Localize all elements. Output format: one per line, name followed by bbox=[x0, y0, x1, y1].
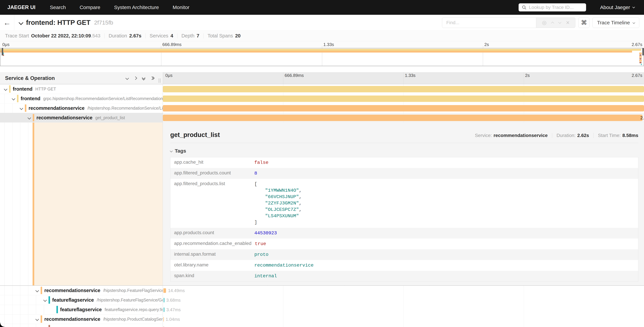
focus-icon[interactable]: ◎ bbox=[542, 20, 546, 25]
tag-row[interactable]: app.filtered_products.list["1YMWWN1N4O",… bbox=[170, 179, 638, 228]
back-button[interactable]: ← bbox=[0, 15, 14, 30]
nav-item-monitor[interactable]: Monitor bbox=[172, 4, 189, 10]
span-name-cell[interactable]: recommendationservice/hipstershop.Featur… bbox=[0, 286, 163, 295]
tag-row[interactable]: app.products.count44530923 bbox=[170, 228, 638, 238]
span-name-cell[interactable]: recommendationservice/hipstershop.Produc… bbox=[0, 314, 163, 324]
span-duration-bar[interactable] bbox=[164, 298, 164, 302]
span-name-cell[interactable]: recommendationserviceget_product_list bbox=[0, 113, 163, 122]
collapse-one-icon[interactable] bbox=[126, 77, 128, 80]
span-timeline-cell[interactable] bbox=[163, 94, 644, 104]
span-row[interactable]: recommendationservice/hipstershop.Produc… bbox=[0, 314, 644, 324]
keyboard-shortcuts-button[interactable]: ⌘ bbox=[578, 18, 590, 28]
span-name-cell[interactable]: recommendationservice/hipstershop.Recomm… bbox=[0, 104, 163, 113]
minimap-span-bar bbox=[640, 54, 642, 56]
expand-all-icon[interactable] bbox=[150, 77, 154, 80]
span-duration-bar[interactable] bbox=[163, 317, 164, 322]
tag-row[interactable]: app.cache_hitfalse bbox=[170, 157, 638, 168]
collapse-trace-chevron-icon[interactable] bbox=[19, 20, 23, 25]
timeline-gridline bbox=[524, 324, 524, 327]
process-tag-value: 1.13.0 bbox=[483, 285, 496, 285]
span-name-cell[interactable]: featureflagservice/hipstershop.FeatureFl… bbox=[0, 295, 163, 305]
nav-item-compare[interactable]: Compare bbox=[80, 4, 100, 10]
column-resize-grip[interactable] bbox=[159, 78, 160, 83]
span-row[interactable]: recommendationserviceget_product_list2.6… bbox=[0, 113, 644, 122]
find-input[interactable] bbox=[442, 18, 536, 28]
span-duration-bar[interactable] bbox=[163, 115, 642, 121]
span-duration-bar[interactable] bbox=[163, 96, 644, 102]
top-nav: JAEGER UI SearchCompareSystem Architectu… bbox=[0, 0, 644, 15]
span-timeline-cell[interactable]: 3.47ms bbox=[163, 305, 644, 314]
indent-guide bbox=[12, 286, 12, 295]
process-tag-key: telemetry.sdk.language bbox=[272, 285, 320, 285]
span-row[interactable] bbox=[0, 324, 644, 327]
chevron-down-icon[interactable] bbox=[558, 21, 562, 24]
chevron-up-icon[interactable] bbox=[551, 22, 554, 25]
span-timeline-cell[interactable]: 1.04ms bbox=[163, 314, 644, 324]
span-timeline-cell[interactable] bbox=[163, 84, 644, 94]
span-timeline-cell[interactable]: 3.68ms bbox=[163, 295, 644, 305]
span-row[interactable]: recommendationservice/hipstershop.Featur… bbox=[0, 286, 644, 295]
summary-separator bbox=[177, 34, 178, 38]
timeline-gridline bbox=[524, 286, 524, 295]
tag-row[interactable]: app.recommendation.cache_enabledtrue bbox=[170, 238, 638, 249]
span-name-cell[interactable]: featureflagservicefeatureflagservice.rep… bbox=[0, 305, 163, 314]
timeline-tick-label: 2s bbox=[484, 42, 489, 47]
span-row[interactable]: frontendgrpc.hipstershop.RecommendationS… bbox=[0, 94, 644, 104]
expand-one-icon[interactable] bbox=[134, 77, 137, 80]
nav-item-system-architecture[interactable]: System Architecture bbox=[114, 4, 159, 10]
tag-row[interactable]: otel.library.namerecommendationservice bbox=[170, 260, 638, 271]
span-duration-bar[interactable] bbox=[164, 307, 164, 312]
chevron-down-icon bbox=[632, 6, 635, 8]
find-group: ◎ × bbox=[442, 18, 575, 28]
tags-section-toggle[interactable]: Tags bbox=[170, 148, 638, 154]
trace-minimap[interactable] bbox=[0, 48, 644, 66]
span-operation-name: /hipstershop.FeatureFlagService... bbox=[103, 288, 163, 293]
trace-id-search[interactable] bbox=[518, 3, 586, 12]
nav-item-search[interactable]: Search bbox=[50, 4, 66, 10]
span-timeline-cell[interactable]: 14.49ms bbox=[163, 286, 644, 295]
app-logo[interactable]: JAEGER UI bbox=[8, 4, 36, 10]
span-duration-bar[interactable] bbox=[163, 288, 166, 293]
span-name-cell[interactable]: frontendgrpc.hipstershop.RecommendationS… bbox=[0, 94, 163, 104]
span-toggle-chevron[interactable] bbox=[12, 97, 16, 100]
span-duration-bar[interactable] bbox=[163, 105, 644, 112]
minimap-ruler: 0μs666.89ms1.33s2s2.67s bbox=[0, 41, 644, 48]
trace-id-search-input[interactable] bbox=[529, 5, 583, 10]
chevron-down-icon bbox=[4, 87, 8, 91]
chevron-down-icon bbox=[43, 298, 47, 302]
about-jaeger-menu[interactable]: About Jaeger bbox=[600, 4, 634, 10]
span-toggle-chevron[interactable] bbox=[44, 299, 48, 301]
span-toggle-chevron[interactable] bbox=[36, 318, 40, 320]
minimap-right-handle[interactable] bbox=[642, 48, 644, 56]
process-section-toggle[interactable]: Process: telemetry.auto.version=0.34b0te… bbox=[170, 285, 638, 285]
span-name-cell[interactable] bbox=[0, 324, 163, 327]
span-operation-name: get_product_list bbox=[95, 115, 125, 120]
process-tag: telemetry.sdk.version=1.13.0 bbox=[434, 285, 496, 285]
span-row[interactable]: recommendationservice/hipstershop.Recomm… bbox=[0, 104, 644, 113]
timeline-gridline bbox=[283, 324, 284, 327]
span-toggle-chevron[interactable] bbox=[28, 116, 32, 119]
span-toggle-chevron[interactable] bbox=[20, 107, 24, 110]
span-toggle-chevron[interactable] bbox=[36, 289, 40, 292]
span-toggle-chevron[interactable] bbox=[4, 88, 9, 90]
trace-view-selector[interactable]: Trace Timeline bbox=[592, 18, 639, 28]
tag-row[interactable]: app.filtered_products.count8 bbox=[170, 168, 638, 179]
span-row[interactable]: featureflagservicefeatureflagservice.rep… bbox=[0, 305, 644, 314]
span-row[interactable]: frontendHTTP GET bbox=[0, 84, 644, 94]
span-timeline-cell[interactable]: 2.62s bbox=[163, 113, 644, 122]
tag-value: 8 bbox=[251, 168, 638, 179]
summary-value: October 22 2022, 22:10:09.543 bbox=[31, 33, 100, 38]
span-row[interactable]: featureflagservice/hipstershop.FeatureFl… bbox=[0, 295, 644, 305]
tag-value: false bbox=[251, 157, 638, 168]
tag-row[interactable]: span.kindinternal bbox=[170, 271, 638, 282]
span-timeline-cell[interactable] bbox=[163, 324, 644, 327]
span-duration-bar[interactable] bbox=[163, 86, 644, 92]
span-name-cell[interactable]: frontendHTTP GET bbox=[0, 84, 163, 94]
tag-row[interactable]: internal.span.formatproto bbox=[170, 249, 638, 260]
span-timeline-cell[interactable] bbox=[163, 104, 644, 113]
collapse-all-icon[interactable] bbox=[142, 76, 145, 80]
process-tags: telemetry.auto.version=0.34b0telemetry.s… bbox=[198, 285, 496, 285]
minimap-span-bar bbox=[640, 62, 642, 63]
clear-icon[interactable]: × bbox=[566, 20, 570, 26]
minimap-left-handle[interactable] bbox=[2, 48, 3, 56]
